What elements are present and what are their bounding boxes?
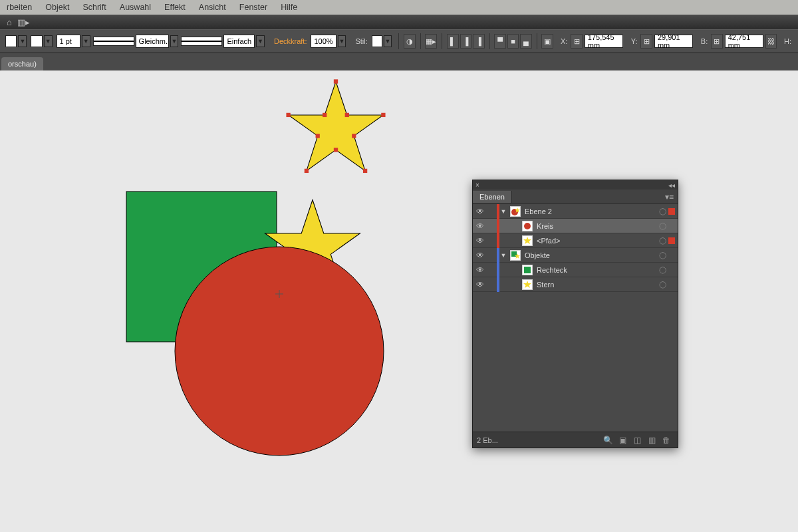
stroke-swatch[interactable] [31, 35, 42, 47]
align-top-icon[interactable]: ▀ [494, 34, 505, 49]
svg-marker-21 [523, 281, 531, 288]
svg-rect-20 [524, 267, 531, 273]
brush-dd-icon[interactable]: ▼ [170, 35, 179, 47]
target-icon[interactable]: ◯ [656, 222, 668, 229]
menu-fenster[interactable]: Fenster [233, 3, 274, 12]
bridge-icon[interactable]: ⌂ [7, 17, 12, 27]
menu-rbeiten[interactable]: rbeiten [0, 3, 39, 12]
layer-color-stripe [497, 263, 499, 277]
layer-name[interactable]: Objekte [523, 251, 656, 259]
visibility-icon[interactable]: 👁 [473, 236, 487, 245]
menu-auswahl[interactable]: Auswahl [113, 3, 158, 12]
align-hcenter-icon[interactable]: ▐ [460, 34, 471, 49]
svg-rect-6 [381, 113, 385, 117]
brush-preview[interactable] [93, 37, 134, 46]
target-icon[interactable]: ◯ [656, 251, 668, 259]
menu-effekt[interactable]: Effekt [158, 3, 192, 12]
new-layer-icon[interactable]: ▥ [644, 436, 659, 445]
fill-dropdown-icon[interactable]: ▼ [18, 35, 27, 47]
stroke-weight-dd-icon[interactable]: ▼ [82, 35, 90, 47]
os-menubar: rbeitenObjektSchriftAuswahlEffektAnsicht… [0, 0, 798, 15]
refpoint3-icon[interactable]: ⊞ [711, 34, 722, 49]
profile-name[interactable]: Einfach [223, 35, 255, 48]
svg-marker-3 [289, 82, 384, 171]
layer-name[interactable]: Rechteck [535, 266, 656, 274]
panel-tab-layers[interactable]: Ebenen [473, 191, 512, 203]
panel-close-icon[interactable]: × [475, 182, 479, 189]
layer-thumbnail [522, 265, 533, 275]
layer-name[interactable]: Stern [535, 281, 656, 289]
new-sublayer-icon[interactable]: ◫ [630, 436, 644, 445]
layer-row[interactable]: 👁▼Ebene 2◯ [473, 204, 678, 219]
panel-menu-icon[interactable]: ▾≡ [661, 192, 678, 201]
align-left-icon[interactable]: ▌ [447, 34, 458, 49]
align-right-icon[interactable]: ▐ [473, 34, 484, 49]
y-label: Y: [631, 37, 638, 45]
panel-collapse-icon[interactable]: ◂◂ [668, 182, 675, 189]
svg-rect-8 [363, 169, 367, 173]
menu-hilfe[interactable]: Hilfe [274, 3, 304, 12]
profile-dd-icon[interactable]: ▼ [256, 35, 265, 47]
opacity-input[interactable]: 100% [311, 35, 336, 48]
shape-star-selected[interactable] [286, 79, 385, 173]
stroke-dropdown-icon[interactable]: ▼ [44, 35, 53, 47]
target-icon[interactable]: ◯ [656, 266, 668, 273]
opacity-label: Deckkraft: [274, 37, 307, 45]
visibility-icon[interactable]: 👁 [473, 280, 487, 289]
align-vcenter-icon[interactable]: ■ [507, 34, 519, 49]
visibility-icon[interactable]: 👁 [473, 221, 487, 231]
refpoint2-icon[interactable]: ⊞ [640, 34, 652, 49]
link-wh-icon[interactable]: ⛓ [765, 34, 777, 49]
menu-objekt[interactable]: Objekt [39, 3, 76, 12]
selection-indicator [668, 237, 675, 244]
document-tab-bar: orschau) [0, 53, 798, 70]
transform-icon[interactable]: ▣ [541, 34, 553, 49]
trash-icon[interactable]: 🗑 [659, 436, 674, 445]
target-icon[interactable]: ◯ [656, 207, 668, 215]
layer-name[interactable]: Ebene 2 [523, 207, 656, 215]
twisty-icon[interactable]: ▼ [499, 208, 507, 215]
document-tab[interactable]: orschau) [1, 57, 43, 70]
h-label: H: [784, 37, 791, 45]
fill-swatch[interactable] [5, 35, 17, 47]
artboard[interactable] [0, 70, 798, 532]
x-input[interactable]: 175,545 mm [585, 35, 623, 48]
style-dd-icon[interactable]: ▼ [384, 35, 392, 47]
menu-ansicht[interactable]: Ansicht [192, 3, 233, 12]
align-menu-icon[interactable]: ▦▸ [425, 34, 437, 49]
arrange-icon[interactable]: ▥▸ [17, 17, 30, 27]
svg-point-16 [524, 223, 531, 229]
layer-row[interactable]: 👁Kreis◯ [473, 219, 678, 233]
refpoint-icon[interactable]: ⊞ [571, 34, 582, 49]
layer-name[interactable]: Kreis [535, 222, 656, 230]
clip-mask-icon[interactable]: ▣ [615, 436, 630, 445]
visibility-icon[interactable]: 👁 [473, 207, 487, 216]
layer-row[interactable]: 👁<Pfad>◯ [473, 233, 678, 248]
x-label: X: [561, 37, 567, 45]
layer-row[interactable]: 👁▼Objekte◯ [473, 248, 678, 263]
twisty-icon[interactable]: ▼ [499, 252, 507, 259]
align-bottom-icon[interactable]: ▄ [520, 34, 531, 49]
y-input[interactable]: 29,901 mm [654, 35, 693, 48]
opacity-dd-icon[interactable]: ▼ [338, 35, 346, 47]
profile-preview[interactable] [181, 37, 222, 46]
visibility-icon[interactable]: 👁 [473, 265, 487, 275]
panel-status: 2 Eb... [477, 436, 498, 444]
style-swatch[interactable] [372, 35, 382, 47]
menu-schrift[interactable]: Schrift [76, 3, 112, 12]
w-input[interactable]: 42,751 mm [725, 35, 763, 48]
target-icon[interactable]: ◯ [656, 237, 668, 244]
layer-name[interactable]: <Pfad> [535, 237, 656, 245]
layer-row[interactable]: 👁Rechteck◯ [473, 263, 678, 277]
brush-name[interactable]: Gleichm. [136, 35, 169, 48]
layer-row[interactable]: 👁Stern◯ [473, 277, 678, 292]
recolor-icon[interactable]: ◑ [404, 34, 415, 49]
stroke-weight-input[interactable]: 1 pt [57, 35, 80, 48]
target-icon[interactable]: ◯ [656, 281, 668, 288]
visibility-icon[interactable]: 👁 [473, 251, 487, 260]
layer-color-stripe [497, 277, 499, 292]
locate-icon[interactable]: 🔍 [600, 436, 615, 445]
panel-titlebar[interactable]: × ◂◂ [473, 180, 678, 190]
layers-panel[interactable]: × ◂◂ Ebenen ▾≡ 👁▼Ebene 2◯👁Kreis◯👁<Pfad>◯… [472, 180, 678, 448]
shape-circle[interactable] [175, 247, 384, 456]
